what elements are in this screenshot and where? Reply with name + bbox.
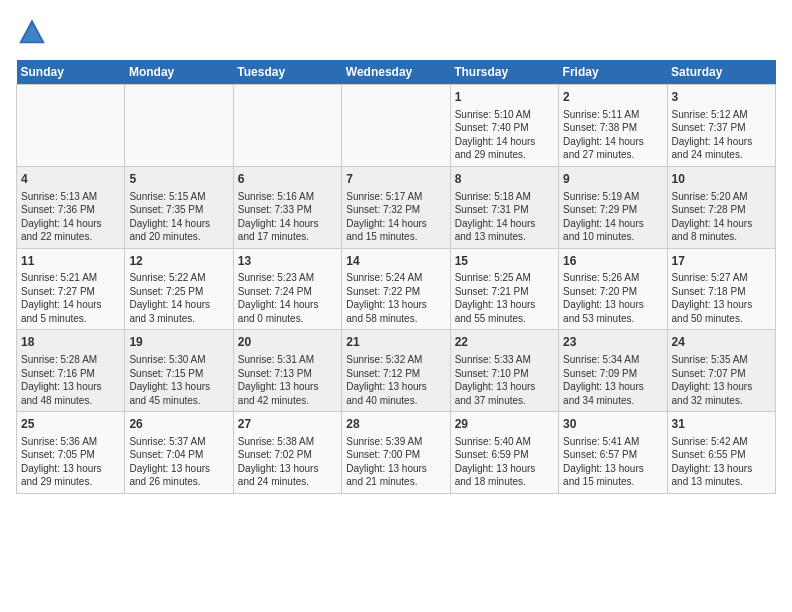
day-number: 5 — [129, 171, 228, 188]
day-number: 8 — [455, 171, 554, 188]
day-info: Sunrise: 5:30 AMSunset: 7:15 PMDaylight:… — [129, 353, 228, 407]
calendar-cell: 15Sunrise: 5:25 AMSunset: 7:21 PMDayligh… — [450, 248, 558, 330]
day-info: Sunrise: 5:27 AMSunset: 7:18 PMDaylight:… — [672, 271, 771, 325]
calendar-table: SundayMondayTuesdayWednesdayThursdayFrid… — [16, 60, 776, 494]
day-number: 27 — [238, 416, 337, 433]
page-header — [16, 16, 776, 48]
day-number: 20 — [238, 334, 337, 351]
weekday-header-monday: Monday — [125, 60, 233, 85]
day-info: Sunrise: 5:13 AMSunset: 7:36 PMDaylight:… — [21, 190, 120, 244]
weekday-header-thursday: Thursday — [450, 60, 558, 85]
weekday-header-friday: Friday — [559, 60, 667, 85]
day-number: 6 — [238, 171, 337, 188]
calendar-week-5: 25Sunrise: 5:36 AMSunset: 7:05 PMDayligh… — [17, 412, 776, 494]
day-info: Sunrise: 5:17 AMSunset: 7:32 PMDaylight:… — [346, 190, 445, 244]
calendar-cell: 19Sunrise: 5:30 AMSunset: 7:15 PMDayligh… — [125, 330, 233, 412]
calendar-cell: 9Sunrise: 5:19 AMSunset: 7:29 PMDaylight… — [559, 166, 667, 248]
day-info: Sunrise: 5:42 AMSunset: 6:55 PMDaylight:… — [672, 435, 771, 489]
day-info: Sunrise: 5:35 AMSunset: 7:07 PMDaylight:… — [672, 353, 771, 407]
weekday-header-row: SundayMondayTuesdayWednesdayThursdayFrid… — [17, 60, 776, 85]
day-number: 9 — [563, 171, 662, 188]
calendar-cell: 25Sunrise: 5:36 AMSunset: 7:05 PMDayligh… — [17, 412, 125, 494]
calendar-cell — [233, 85, 341, 167]
day-info: Sunrise: 5:22 AMSunset: 7:25 PMDaylight:… — [129, 271, 228, 325]
day-number: 25 — [21, 416, 120, 433]
day-info: Sunrise: 5:37 AMSunset: 7:04 PMDaylight:… — [129, 435, 228, 489]
calendar-cell: 16Sunrise: 5:26 AMSunset: 7:20 PMDayligh… — [559, 248, 667, 330]
day-info: Sunrise: 5:36 AMSunset: 7:05 PMDaylight:… — [21, 435, 120, 489]
day-info: Sunrise: 5:40 AMSunset: 6:59 PMDaylight:… — [455, 435, 554, 489]
day-info: Sunrise: 5:25 AMSunset: 7:21 PMDaylight:… — [455, 271, 554, 325]
day-info: Sunrise: 5:16 AMSunset: 7:33 PMDaylight:… — [238, 190, 337, 244]
logo-icon — [16, 16, 48, 48]
day-number: 4 — [21, 171, 120, 188]
day-number: 15 — [455, 253, 554, 270]
calendar-cell: 24Sunrise: 5:35 AMSunset: 7:07 PMDayligh… — [667, 330, 775, 412]
day-info: Sunrise: 5:33 AMSunset: 7:10 PMDaylight:… — [455, 353, 554, 407]
day-info: Sunrise: 5:20 AMSunset: 7:28 PMDaylight:… — [672, 190, 771, 244]
day-info: Sunrise: 5:21 AMSunset: 7:27 PMDaylight:… — [21, 271, 120, 325]
calendar-cell: 17Sunrise: 5:27 AMSunset: 7:18 PMDayligh… — [667, 248, 775, 330]
day-info: Sunrise: 5:34 AMSunset: 7:09 PMDaylight:… — [563, 353, 662, 407]
calendar-week-4: 18Sunrise: 5:28 AMSunset: 7:16 PMDayligh… — [17, 330, 776, 412]
calendar-cell: 1Sunrise: 5:10 AMSunset: 7:40 PMDaylight… — [450, 85, 558, 167]
day-info: Sunrise: 5:28 AMSunset: 7:16 PMDaylight:… — [21, 353, 120, 407]
day-number: 16 — [563, 253, 662, 270]
day-number: 7 — [346, 171, 445, 188]
day-number: 17 — [672, 253, 771, 270]
day-info: Sunrise: 5:18 AMSunset: 7:31 PMDaylight:… — [455, 190, 554, 244]
calendar-cell: 30Sunrise: 5:41 AMSunset: 6:57 PMDayligh… — [559, 412, 667, 494]
day-number: 11 — [21, 253, 120, 270]
calendar-cell: 10Sunrise: 5:20 AMSunset: 7:28 PMDayligh… — [667, 166, 775, 248]
calendar-cell: 12Sunrise: 5:22 AMSunset: 7:25 PMDayligh… — [125, 248, 233, 330]
day-number: 23 — [563, 334, 662, 351]
calendar-cell: 5Sunrise: 5:15 AMSunset: 7:35 PMDaylight… — [125, 166, 233, 248]
calendar-cell: 3Sunrise: 5:12 AMSunset: 7:37 PMDaylight… — [667, 85, 775, 167]
calendar-cell: 23Sunrise: 5:34 AMSunset: 7:09 PMDayligh… — [559, 330, 667, 412]
calendar-cell: 18Sunrise: 5:28 AMSunset: 7:16 PMDayligh… — [17, 330, 125, 412]
day-info: Sunrise: 5:19 AMSunset: 7:29 PMDaylight:… — [563, 190, 662, 244]
calendar-body: 1Sunrise: 5:10 AMSunset: 7:40 PMDaylight… — [17, 85, 776, 494]
day-number: 22 — [455, 334, 554, 351]
logo — [16, 16, 52, 48]
day-number: 12 — [129, 253, 228, 270]
day-info: Sunrise: 5:24 AMSunset: 7:22 PMDaylight:… — [346, 271, 445, 325]
weekday-header-wednesday: Wednesday — [342, 60, 450, 85]
calendar-cell: 27Sunrise: 5:38 AMSunset: 7:02 PMDayligh… — [233, 412, 341, 494]
day-number: 2 — [563, 89, 662, 106]
day-number: 13 — [238, 253, 337, 270]
day-info: Sunrise: 5:15 AMSunset: 7:35 PMDaylight:… — [129, 190, 228, 244]
day-info: Sunrise: 5:32 AMSunset: 7:12 PMDaylight:… — [346, 353, 445, 407]
calendar-cell: 28Sunrise: 5:39 AMSunset: 7:00 PMDayligh… — [342, 412, 450, 494]
day-info: Sunrise: 5:38 AMSunset: 7:02 PMDaylight:… — [238, 435, 337, 489]
day-number: 10 — [672, 171, 771, 188]
weekday-header-saturday: Saturday — [667, 60, 775, 85]
calendar-cell: 31Sunrise: 5:42 AMSunset: 6:55 PMDayligh… — [667, 412, 775, 494]
day-number: 18 — [21, 334, 120, 351]
day-info: Sunrise: 5:23 AMSunset: 7:24 PMDaylight:… — [238, 271, 337, 325]
day-number: 19 — [129, 334, 228, 351]
calendar-cell — [17, 85, 125, 167]
calendar-week-3: 11Sunrise: 5:21 AMSunset: 7:27 PMDayligh… — [17, 248, 776, 330]
day-number: 24 — [672, 334, 771, 351]
day-number: 21 — [346, 334, 445, 351]
calendar-week-2: 4Sunrise: 5:13 AMSunset: 7:36 PMDaylight… — [17, 166, 776, 248]
calendar-cell: 14Sunrise: 5:24 AMSunset: 7:22 PMDayligh… — [342, 248, 450, 330]
calendar-cell: 21Sunrise: 5:32 AMSunset: 7:12 PMDayligh… — [342, 330, 450, 412]
day-info: Sunrise: 5:41 AMSunset: 6:57 PMDaylight:… — [563, 435, 662, 489]
day-info: Sunrise: 5:31 AMSunset: 7:13 PMDaylight:… — [238, 353, 337, 407]
calendar-cell: 7Sunrise: 5:17 AMSunset: 7:32 PMDaylight… — [342, 166, 450, 248]
day-info: Sunrise: 5:10 AMSunset: 7:40 PMDaylight:… — [455, 108, 554, 162]
day-number: 29 — [455, 416, 554, 433]
day-info: Sunrise: 5:12 AMSunset: 7:37 PMDaylight:… — [672, 108, 771, 162]
calendar-cell: 22Sunrise: 5:33 AMSunset: 7:10 PMDayligh… — [450, 330, 558, 412]
calendar-cell: 13Sunrise: 5:23 AMSunset: 7:24 PMDayligh… — [233, 248, 341, 330]
calendar-cell: 4Sunrise: 5:13 AMSunset: 7:36 PMDaylight… — [17, 166, 125, 248]
calendar-cell: 8Sunrise: 5:18 AMSunset: 7:31 PMDaylight… — [450, 166, 558, 248]
day-number: 1 — [455, 89, 554, 106]
calendar-cell: 26Sunrise: 5:37 AMSunset: 7:04 PMDayligh… — [125, 412, 233, 494]
calendar-cell: 6Sunrise: 5:16 AMSunset: 7:33 PMDaylight… — [233, 166, 341, 248]
weekday-header-sunday: Sunday — [17, 60, 125, 85]
calendar-cell: 20Sunrise: 5:31 AMSunset: 7:13 PMDayligh… — [233, 330, 341, 412]
calendar-cell: 29Sunrise: 5:40 AMSunset: 6:59 PMDayligh… — [450, 412, 558, 494]
